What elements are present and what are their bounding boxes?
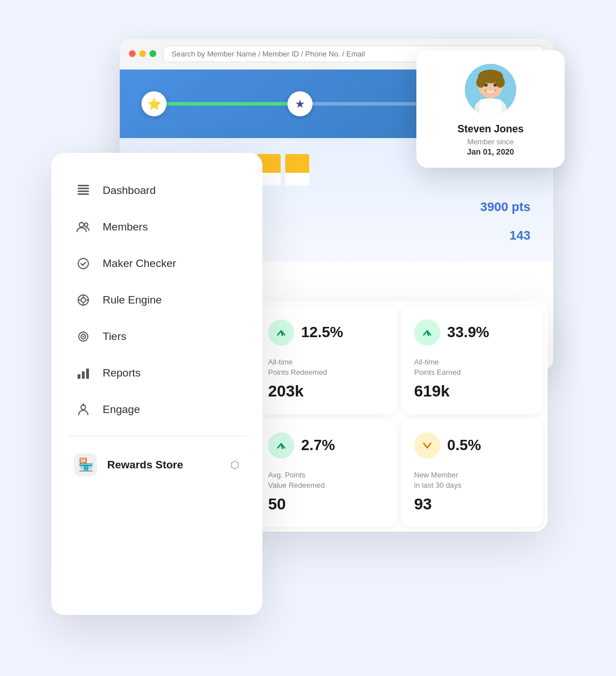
sidebar-label-members: Members (103, 221, 148, 233)
sidebar-label-reports: Reports (103, 367, 141, 379)
tiers-icon (74, 327, 92, 346)
rewards-store-item[interactable]: 🏪 Rewards Store ⬡ (67, 446, 246, 484)
stat-card-label-2: Avg. PointsValue Redeemed (268, 470, 384, 491)
stat-card-label-0: All-timePoints Redeemed (268, 357, 384, 378)
profile-card: Steven Jones Member since Jan 01, 2020 (416, 50, 565, 168)
stat-card-3: 0.5% New Memberin last 30 days 93 (402, 419, 543, 527)
svg-point-6 (484, 83, 488, 87)
stat-card-value-1: 619k (414, 382, 530, 400)
sidebar-item-rule-engine[interactable]: Rule Engine (67, 283, 246, 317)
sidebar-label-maker-checker: Maker Checker (103, 257, 176, 270)
svg-point-13 (79, 222, 84, 227)
sidebar-label-tiers: Tiers (103, 330, 127, 343)
trend-badge-1 (414, 319, 440, 346)
stat-card-1: 33.9% All-timePoints Earned 619k (402, 306, 543, 414)
svg-point-17 (81, 298, 86, 302)
stat-card-header-0: 12.5% (268, 319, 384, 346)
sidebar-label-dashboard: Dashboard (103, 184, 156, 197)
svg-point-5 (496, 76, 505, 88)
svg-point-15 (78, 258, 88, 269)
sidebar-label-rule-engine: Rule Engine (103, 294, 162, 306)
trend-badge-2 (268, 432, 294, 459)
svg-rect-11 (78, 193, 89, 195)
engage-icon (74, 400, 92, 419)
trend-pct-1: 33.9% (447, 323, 489, 341)
svg-rect-26 (82, 371, 85, 379)
store-stripe (285, 154, 309, 185)
purchase-freq-value: 143 (509, 228, 530, 243)
dot-red[interactable] (129, 50, 136, 57)
rule-engine-icon (74, 291, 92, 309)
svg-point-7 (493, 83, 497, 87)
svg-rect-12 (78, 185, 89, 187)
trend-pct-2: 2.7% (301, 436, 335, 454)
stat-card-header-2: 2.7% (268, 432, 384, 459)
stat-card-0: 12.5% All-timePoints Redeemed 203k (256, 306, 397, 414)
maker-checker-icon (74, 254, 92, 273)
reports-icon (74, 364, 92, 382)
profile-name: Steven Jones (428, 123, 553, 135)
sidebar-item-engage[interactable]: Engage (67, 392, 246, 427)
stat-card-value-3: 93 (414, 495, 530, 513)
sidebar-label-engage: Engage (103, 403, 140, 416)
svg-rect-25 (78, 374, 80, 379)
stat-card-label-3: New Memberin last 30 days (414, 470, 530, 491)
stat-card-label-1: All-timePoints Earned (414, 357, 530, 378)
star-node-2: ★ (287, 91, 313, 116)
stat-card-header-3: 0.5% (414, 432, 530, 459)
dot-green[interactable] (149, 50, 156, 57)
dot-yellow[interactable] (139, 50, 146, 57)
sidebar-item-members[interactable]: Members (67, 210, 246, 244)
svg-rect-27 (86, 369, 89, 379)
members-icon (74, 218, 92, 236)
svg-rect-9 (78, 188, 89, 189)
svg-rect-8 (480, 99, 501, 115)
trend-badge-0 (268, 319, 294, 346)
stat-card-2: 2.7% Avg. PointsValue Redeemed 50 (256, 419, 397, 527)
sidebar-item-tiers[interactable]: Tiers (67, 319, 246, 354)
browser-dots (129, 50, 156, 57)
stat-card-value-2: 50 (268, 495, 384, 513)
rewards-store-icon: 🏪 (74, 454, 97, 476)
sidebar-item-dashboard[interactable]: Dashboard (67, 173, 246, 208)
nav-divider (67, 436, 246, 436)
external-link-icon: ⬡ (230, 459, 240, 471)
dashboard-icon (74, 181, 92, 200)
stat-card-header-1: 33.9% (414, 319, 530, 346)
sidebar-panel: Dashboard Members Maker Checker Rule Eng… (51, 153, 262, 615)
sidebar-item-maker-checker[interactable]: Maker Checker (67, 246, 246, 281)
stats-cards-panel: 12.5% All-timePoints Redeemed 203k 33.9%… (251, 301, 548, 532)
sidebar-item-reports[interactable]: Reports (67, 356, 246, 390)
svg-point-4 (476, 76, 485, 88)
avatar (465, 64, 516, 115)
profile-since-label: Member since (428, 137, 553, 146)
svg-point-24 (83, 335, 84, 337)
trend-pct-3: 0.5% (447, 436, 481, 454)
svg-point-14 (84, 223, 88, 226)
rewards-store-label: Rewards Store (107, 459, 220, 471)
star-node-1: ⭐ (141, 91, 167, 116)
earned-points-value: 3900 pts (480, 200, 530, 214)
trend-badge-3 (414, 432, 440, 459)
svg-rect-10 (78, 191, 89, 192)
stat-card-value-0: 203k (268, 382, 384, 400)
trend-pct-0: 12.5% (301, 323, 343, 341)
profile-date: Jan 01, 2020 (428, 147, 553, 156)
progress-fill (154, 102, 300, 106)
